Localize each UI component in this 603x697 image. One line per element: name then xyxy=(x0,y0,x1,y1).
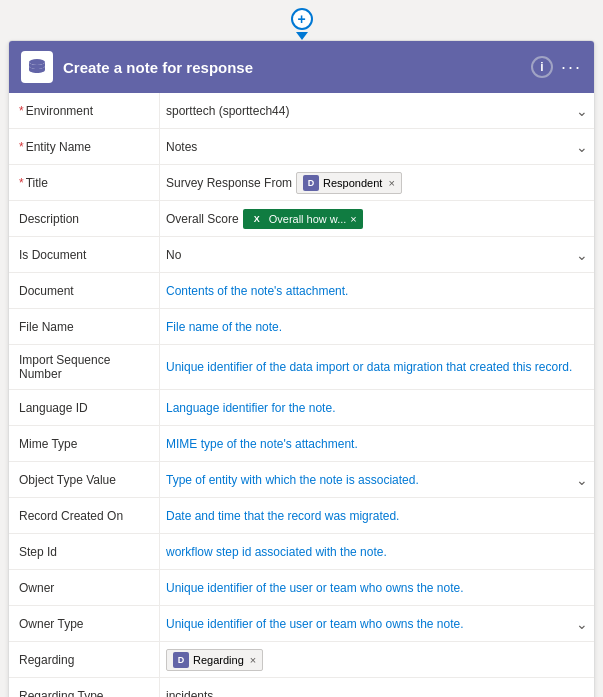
regarding-type-text: incidents xyxy=(166,689,213,698)
description-content: Overall Score X Overall how w... × xyxy=(166,209,363,229)
document-placeholder: Contents of the note's attachment. xyxy=(166,284,348,298)
title-value[interactable]: Survey Response From D Respondent × xyxy=(159,165,594,200)
is-document-row: Is Document No ⌄ xyxy=(9,237,594,273)
environment-label: * Environment xyxy=(9,93,159,128)
language-id-row: Language ID Language identifier for the … xyxy=(9,390,594,426)
language-id-value[interactable]: Language identifier for the note. xyxy=(159,390,594,425)
record-created-placeholder: Date and time that the record was migrat… xyxy=(166,509,399,523)
arrow-connector xyxy=(296,32,308,40)
regarding-tag-close[interactable]: × xyxy=(250,654,256,666)
environment-text: sporttech (sporttech44) xyxy=(166,104,289,118)
document-row: Document Contents of the note's attachme… xyxy=(9,273,594,309)
title-label: * Title xyxy=(9,165,159,200)
excel-tag-close[interactable]: × xyxy=(350,213,356,225)
is-document-text: No xyxy=(166,248,181,262)
language-id-placeholder: Language identifier for the note. xyxy=(166,401,335,415)
more-button[interactable]: ··· xyxy=(561,57,582,78)
document-label: Document xyxy=(9,273,159,308)
required-star: * xyxy=(19,104,24,118)
object-type-value[interactable]: Type of entity with which the note is as… xyxy=(159,462,594,497)
regarding-type-label: Regarding Type xyxy=(9,678,159,697)
owner-type-chevron: ⌄ xyxy=(576,616,588,632)
add-step-button[interactable]: + xyxy=(291,8,313,30)
description-row: Description Overall Score X Overall how … xyxy=(9,201,594,237)
document-value[interactable]: Contents of the note's attachment. xyxy=(159,273,594,308)
entity-name-chevron: ⌄ xyxy=(576,139,588,155)
respondent-tag-close[interactable]: × xyxy=(388,177,394,189)
respondent-tag[interactable]: D Respondent × xyxy=(296,172,402,194)
file-name-placeholder: File name of the note. xyxy=(166,320,282,334)
file-name-label: File Name xyxy=(9,309,159,344)
top-connector: + xyxy=(0,0,603,40)
card-header: Create a note for response i ··· xyxy=(9,41,594,93)
step-id-row: Step Id workflow step id associated with… xyxy=(9,534,594,570)
owner-type-placeholder: Unique identifier of the user or team wh… xyxy=(166,617,464,631)
environment-row: * Environment sporttech (sporttech44) ⌄ xyxy=(9,93,594,129)
environment-value[interactable]: sporttech (sporttech44) ⌄ xyxy=(159,93,594,128)
entity-name-text: Notes xyxy=(166,140,197,154)
owner-label: Owner xyxy=(9,570,159,605)
mime-type-placeholder: MIME type of the note's attachment. xyxy=(166,437,358,451)
object-type-chevron: ⌄ xyxy=(576,472,588,488)
regarding-row: Regarding D Regarding × xyxy=(9,642,594,678)
page-container: + Create a note for response i ··· xyxy=(0,0,603,697)
entity-name-row: * Entity Name Notes ⌄ xyxy=(9,129,594,165)
card-title: Create a note for response xyxy=(63,59,521,76)
file-name-value[interactable]: File name of the note. xyxy=(159,309,594,344)
action-card: Create a note for response i ··· * Envir… xyxy=(8,40,595,697)
owner-type-row: Owner Type Unique identifier of the user… xyxy=(9,606,594,642)
mime-type-row: Mime Type MIME type of the note's attach… xyxy=(9,426,594,462)
mime-type-label: Mime Type xyxy=(9,426,159,461)
info-button[interactable]: i xyxy=(531,56,553,78)
title-prefix: Survey Response From xyxy=(166,176,292,190)
title-tag-container: Survey Response From D Respondent × xyxy=(166,172,588,194)
language-id-label: Language ID xyxy=(9,390,159,425)
import-sequence-placeholder: Unique identifier of the data import or … xyxy=(166,360,572,374)
owner-value[interactable]: Unique identifier of the user or team wh… xyxy=(159,570,594,605)
regarding-type-chevron: ⌄ xyxy=(576,688,588,698)
entity-name-label: * Entity Name xyxy=(9,129,159,164)
is-document-chevron: ⌄ xyxy=(576,247,588,263)
card-body: * Environment sporttech (sporttech44) ⌄ … xyxy=(9,93,594,697)
title-row: * Title Survey Response From D Responden… xyxy=(9,165,594,201)
regarding-tag-icon: D xyxy=(173,652,189,668)
object-type-label: Object Type Value xyxy=(9,462,159,497)
mime-type-value[interactable]: MIME type of the note's attachment. xyxy=(159,426,594,461)
step-id-value[interactable]: workflow step id associated with the not… xyxy=(159,534,594,569)
is-document-value[interactable]: No ⌄ xyxy=(159,237,594,272)
object-type-placeholder: Type of entity with which the note is as… xyxy=(166,473,419,487)
owner-row: Owner Unique identifier of the user or t… xyxy=(9,570,594,606)
regarding-type-row: Regarding Type incidents ⌄ xyxy=(9,678,594,697)
record-created-row: Record Created On Date and time that the… xyxy=(9,498,594,534)
svg-point-0 xyxy=(29,59,45,65)
import-sequence-row: Import Sequence Number Unique identifier… xyxy=(9,345,594,390)
record-created-label: Record Created On xyxy=(9,498,159,533)
import-sequence-value[interactable]: Unique identifier of the data import or … xyxy=(159,345,594,389)
required-star: * xyxy=(19,140,24,154)
import-sequence-label: Import Sequence Number xyxy=(9,345,159,389)
regarding-value[interactable]: D Regarding × xyxy=(159,642,594,677)
regarding-tag-container: D Regarding × xyxy=(166,649,588,671)
excel-tag[interactable]: X Overall how w... × xyxy=(243,209,363,229)
excel-icon: X xyxy=(249,211,265,227)
required-star: * xyxy=(19,176,24,190)
environment-chevron: ⌄ xyxy=(576,103,588,119)
owner-type-value[interactable]: Unique identifier of the user or team wh… xyxy=(159,606,594,641)
description-label: Description xyxy=(9,201,159,236)
is-document-label: Is Document xyxy=(9,237,159,272)
regarding-tag-label: Regarding xyxy=(193,654,244,666)
respondent-tag-icon: D xyxy=(303,175,319,191)
description-value[interactable]: Overall Score X Overall how w... × xyxy=(159,201,594,236)
regarding-label: Regarding xyxy=(9,642,159,677)
excel-tag-label: Overall how w... xyxy=(269,213,347,225)
respondent-tag-label: Respondent xyxy=(323,177,382,189)
header-actions: i ··· xyxy=(531,56,582,78)
regarding-type-value[interactable]: incidents ⌄ xyxy=(159,678,594,697)
object-type-row: Object Type Value Type of entity with wh… xyxy=(9,462,594,498)
regarding-tag[interactable]: D Regarding × xyxy=(166,649,263,671)
entity-name-value[interactable]: Notes ⌄ xyxy=(159,129,594,164)
description-prefix: Overall Score xyxy=(166,212,239,226)
owner-type-label: Owner Type xyxy=(9,606,159,641)
record-created-value[interactable]: Date and time that the record was migrat… xyxy=(159,498,594,533)
step-id-label: Step Id xyxy=(9,534,159,569)
